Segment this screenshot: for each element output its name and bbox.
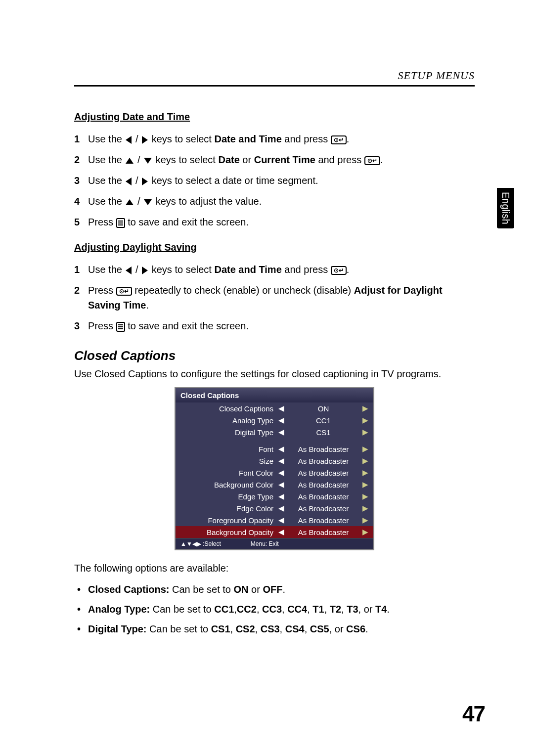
osd-row: Edge Color◀As Broadcaster▶ (176, 502, 373, 514)
left-arrow-icon: ◀ (277, 516, 285, 525)
right-arrow-icon: ▶ (361, 456, 369, 465)
left-arrow-icon: ◀ (277, 504, 285, 513)
text: keys to select (152, 264, 215, 275)
bold-text: Closed Captions: (88, 584, 169, 595)
bold-text: Digital Type: (88, 623, 147, 634)
text: and press (318, 154, 364, 165)
menu-icon (116, 218, 125, 228)
osd-row: Font Color◀As Broadcaster▶ (176, 467, 373, 479)
osd-body: Closed Captions◀ON▶Analog Type◀CC1▶Digit… (176, 402, 373, 538)
bold-text: Date and Time (214, 264, 281, 275)
text: Press (88, 285, 116, 296)
right-arrow-icon: ▶ (361, 404, 369, 413)
step-3: 3 Press to save and exit the screen. (74, 318, 475, 333)
osd-value: As Broadcaster (285, 445, 361, 453)
osd-row: Closed Captions◀ON▶ (176, 402, 373, 414)
osd-row: Edge Type◀As Broadcaster▶ (176, 490, 373, 502)
up-icon (126, 158, 134, 164)
osd-label: Font (179, 445, 277, 453)
osd-value: As Broadcaster (285, 469, 361, 477)
osd-label: Font Color (179, 469, 277, 477)
text: repeatedly to check (enable) or uncheck … (134, 285, 354, 296)
enter-icon: ⊙↵ (331, 135, 347, 144)
osd-value: CS1 (285, 428, 361, 437)
bold-text: CC2 (237, 604, 257, 615)
osd-row: Digital Type◀CS1▶ (176, 426, 373, 438)
osd-label: Edge Type (179, 492, 277, 501)
step-1: 1 Use the / keys to select Date and Time… (74, 132, 475, 146)
step-4: 4 Use the / keys to adjust the value. (74, 194, 475, 209)
right-arrow-icon: ▶ (361, 428, 369, 437)
left-arrow-icon: ◀ (277, 468, 285, 477)
bold-text: T1 (312, 604, 324, 615)
right-arrow-icon: ▶ (361, 516, 369, 525)
right-icon (142, 136, 148, 144)
bold-text: OFF (263, 584, 282, 595)
text: and press (284, 264, 330, 275)
options-intro: The following options are available: (74, 563, 475, 574)
left-arrow-icon: ◀ (277, 492, 285, 501)
step-2: 2 Press ⊙↵ repeatedly to check (enable) … (74, 283, 475, 312)
step-1: 1 Use the / keys to select Date and Time… (74, 262, 475, 277)
bold-text: CS6 (346, 623, 365, 634)
footer-exit: Menu: Exit (251, 540, 279, 547)
osd-value: As Broadcaster (285, 504, 361, 513)
bold-text: CS4 (285, 623, 305, 634)
text: or (251, 584, 263, 595)
osd-title: Closed Captions (176, 388, 373, 402)
right-arrow-icon: ▶ (361, 480, 369, 489)
osd-label: Closed Captions (179, 404, 277, 413)
closed-captions-heading: Closed Captions (74, 348, 475, 363)
bold-text: CS3 (261, 623, 280, 634)
text: and press (284, 133, 330, 144)
language-tab: English (497, 188, 514, 228)
step-2: 2 Use the / keys to select Date or Curre… (74, 152, 475, 167)
text: keys to select a date or time segment. (152, 175, 318, 186)
osd-panel: Closed Captions Closed Captions◀ON▶Analo… (175, 387, 374, 550)
left-arrow-icon: ◀ (277, 480, 285, 489)
right-icon (142, 267, 148, 274)
bold-text: Analog Type: (88, 604, 150, 615)
left-arrow-icon: ◀ (277, 456, 285, 465)
osd-label: Background Opacity (179, 528, 277, 536)
step-5: 5 Press to save and exit the screen. (74, 215, 475, 229)
bold-text: T4 (375, 604, 387, 615)
enter-icon: ⊙↵ (364, 156, 380, 165)
left-arrow-icon: ◀ (277, 445, 285, 453)
bold-text: Date (218, 154, 239, 165)
datetime-steps: 1 Use the / keys to select Date and Time… (74, 132, 475, 229)
bullet-closed-captions: Closed Captions: Can be set to ON or OFF… (74, 581, 475, 597)
bold-text: T3 (347, 604, 358, 615)
right-arrow-icon: ▶ (361, 492, 369, 501)
osd-value: CC1 (285, 416, 361, 425)
right-arrow-icon: ▶ (361, 416, 369, 425)
section-title-datetime: Adjusting Date and Time (74, 111, 475, 123)
menu-icon (116, 322, 125, 332)
text: Use the (88, 264, 125, 275)
down-icon (144, 158, 152, 164)
text: to save and exit the screen. (128, 217, 249, 227)
right-arrow-icon: ▶ (361, 528, 369, 536)
bold-text: T2 (330, 604, 341, 615)
left-icon (126, 136, 132, 144)
step-3: 3 Use the / keys to select a date or tim… (74, 173, 475, 188)
osd-row: Background Color◀As Broadcaster▶ (176, 479, 373, 490)
down-icon (144, 199, 152, 205)
osd-row: Background Opacity◀As Broadcaster▶ (176, 526, 373, 538)
enter-icon: ⊙↵ (331, 266, 347, 275)
text: Use the (88, 154, 125, 165)
text: Use the (88, 196, 125, 207)
osd-label: Analog Type (179, 416, 277, 425)
left-arrow-icon: ◀ (277, 428, 285, 437)
left-arrow-icon: ◀ (277, 404, 285, 413)
right-icon (142, 178, 148, 185)
left-arrow-icon: ◀ (277, 416, 285, 425)
text: to save and exit the screen. (128, 320, 249, 331)
text: Press (88, 217, 116, 227)
osd-value: As Broadcaster (285, 516, 361, 525)
left-icon (126, 178, 132, 185)
text: Can be set to (172, 584, 234, 595)
bold-text: ON (234, 584, 249, 595)
bold-text: CC1 (214, 604, 234, 615)
bullet-analog-type: Analog Type: Can be set to CC1,CC2, CC3,… (74, 601, 475, 617)
